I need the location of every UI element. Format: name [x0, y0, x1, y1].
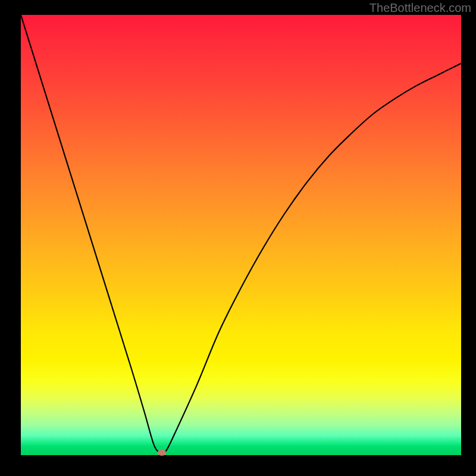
chart-plot-area	[21, 15, 461, 455]
watermark-label: TheBottleneck.com	[369, 1, 471, 15]
optimal-point-marker	[157, 450, 166, 456]
bottleneck-curve	[21, 15, 461, 455]
